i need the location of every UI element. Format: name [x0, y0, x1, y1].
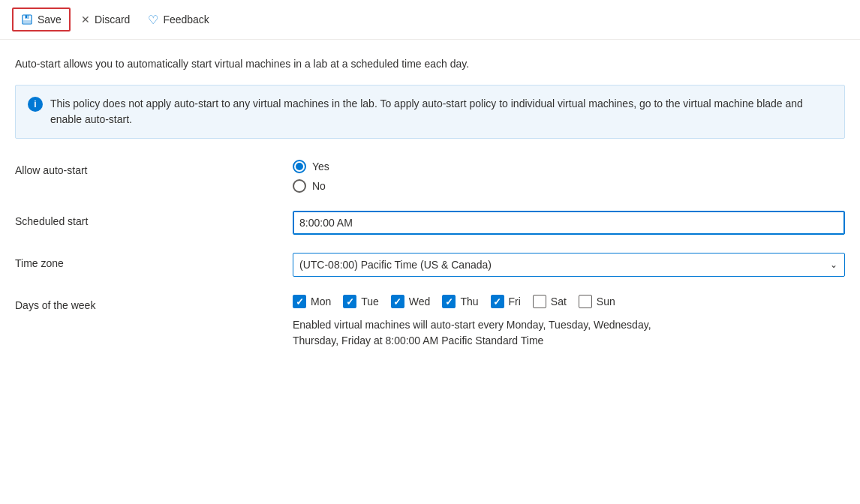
yes-radio-label[interactable]: Yes: [293, 160, 845, 173]
discard-button[interactable]: ✕ Discard: [74, 9, 137, 30]
days-description-line2: Thursday, Friday at 8:00:00 AM Pacific S…: [293, 334, 543, 346]
day-item-tue[interactable]: Tue: [343, 295, 379, 308]
days-label: Days of the week: [15, 295, 293, 311]
feedback-label: Feedback: [163, 14, 209, 26]
scheduled-start-label: Scheduled start: [15, 211, 293, 227]
day-label-sat: Sat: [551, 296, 567, 308]
svg-rect-2: [26, 16, 27, 19]
scheduled-start-input[interactable]: [293, 211, 845, 235]
days-row: Days of the week MonTueWedThuFriSatSun E…: [15, 295, 845, 349]
day-item-fri[interactable]: Fri: [491, 295, 521, 308]
no-radio[interactable]: [293, 179, 306, 193]
time-zone-row: Time zone (UTC-08:00) Pacific Time (US &…: [15, 253, 845, 277]
day-item-sun[interactable]: Sun: [579, 295, 615, 308]
day-label-wed: Wed: [409, 296, 431, 308]
time-zone-select-wrapper: (UTC-08:00) Pacific Time (US & Canada) ⌄: [293, 253, 845, 277]
days-control: MonTueWedThuFriSatSun Enabled virtual ma…: [293, 295, 845, 349]
time-zone-label: Time zone: [15, 253, 293, 269]
feedback-icon: ♡: [148, 13, 158, 27]
checkbox-wed[interactable]: [391, 295, 404, 308]
scheduled-start-row: Scheduled start: [15, 211, 845, 235]
save-icon: [21, 14, 33, 26]
day-item-thu[interactable]: Thu: [442, 295, 478, 308]
yes-radio-text: Yes: [312, 160, 329, 172]
no-radio-text: No: [312, 180, 326, 192]
info-box: i This policy does not apply auto-start …: [15, 85, 845, 139]
day-label-mon: Mon: [311, 296, 331, 308]
day-label-sun: Sun: [597, 296, 615, 308]
checkbox-mon[interactable]: [293, 295, 306, 308]
allow-auto-start-label: Allow auto-start: [15, 160, 293, 176]
toolbar: Save ✕ Discard ♡ Feedback: [0, 0, 860, 40]
time-zone-control: (UTC-08:00) Pacific Time (US & Canada) ⌄: [293, 253, 845, 277]
days-checkboxes: MonTueWedThuFriSatSun: [293, 295, 845, 308]
day-label-tue: Tue: [361, 296, 379, 308]
day-label-fri: Fri: [509, 296, 521, 308]
day-item-wed[interactable]: Wed: [391, 295, 431, 308]
checkbox-sat[interactable]: [533, 295, 546, 308]
checkbox-fri[interactable]: [491, 295, 504, 308]
day-item-mon[interactable]: Mon: [293, 295, 331, 308]
scheduled-start-control: [293, 211, 845, 235]
day-label-thu: Thu: [460, 296, 478, 308]
discard-label: Discard: [95, 14, 130, 26]
svg-rect-3: [23, 20, 31, 23]
checkbox-thu[interactable]: [442, 295, 456, 308]
allow-auto-start-control: Yes No: [293, 160, 845, 193]
no-radio-label[interactable]: No: [293, 179, 845, 193]
yes-radio[interactable]: [293, 160, 306, 173]
checkbox-sun[interactable]: [579, 295, 592, 308]
allow-auto-start-row: Allow auto-start Yes No: [15, 160, 845, 193]
main-content: Auto-start allows you to automatically s…: [0, 40, 860, 385]
time-zone-select[interactable]: (UTC-08:00) Pacific Time (US & Canada): [293, 253, 845, 277]
checkbox-tue[interactable]: [343, 295, 356, 308]
days-description-line1: Enabled virtual machines will auto-start…: [293, 319, 651, 331]
save-button[interactable]: Save: [12, 8, 71, 32]
info-icon: i: [28, 97, 43, 112]
discard-icon: ✕: [81, 14, 90, 26]
day-item-sat[interactable]: Sat: [533, 295, 567, 308]
page-description: Auto-start allows you to automatically s…: [15, 58, 845, 70]
save-label: Save: [38, 14, 62, 26]
days-description: Enabled virtual machines will auto-start…: [293, 317, 845, 349]
radio-group: Yes No: [293, 160, 845, 193]
info-text: This policy does not apply auto-start to…: [50, 96, 832, 128]
feedback-button[interactable]: ♡ Feedback: [140, 8, 216, 32]
